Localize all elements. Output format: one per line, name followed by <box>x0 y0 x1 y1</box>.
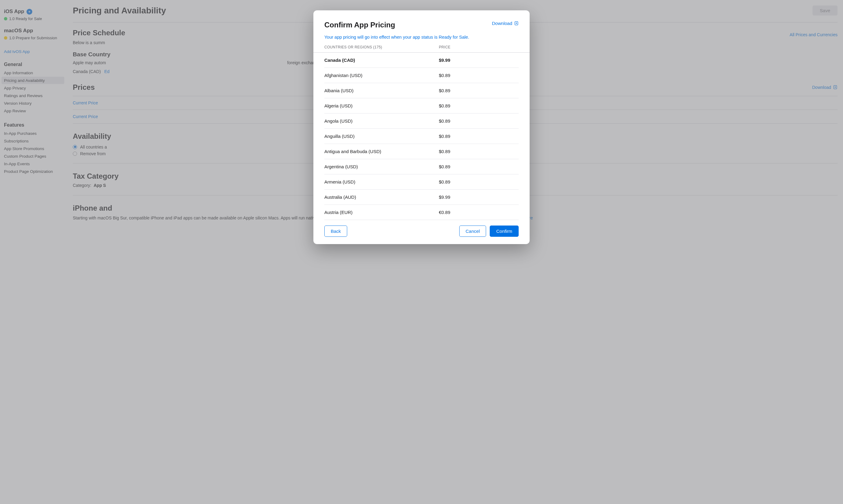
price-row: Australia (AUD) $9.99 <box>324 190 519 205</box>
price-row: Austria (EUR) €0.89 <box>324 205 519 220</box>
confirm-pricing-modal: Confirm App Pricing Download Your app pr… <box>313 10 530 244</box>
price-row: Afghanistan (USD) $0.89 <box>324 68 519 83</box>
price-row-price: $0.89 <box>439 164 451 169</box>
price-row-country: Angola (USD) <box>324 119 439 124</box>
cancel-button[interactable]: Cancel <box>459 226 486 237</box>
confirm-button[interactable]: Confirm <box>490 226 519 237</box>
price-row: Antigua and Barbuda (USD) $0.89 <box>324 144 519 159</box>
price-row-price: $0.89 <box>439 179 451 184</box>
modal-title: Confirm App Pricing <box>324 21 395 29</box>
price-row-country: Antigua and Barbuda (USD) <box>324 149 439 154</box>
col-countries-header: COUNTRIES OR REGIONS (175) <box>324 45 439 49</box>
price-row-country: Albania (USD) <box>324 88 439 93</box>
price-row: Argentina (USD) $0.89 <box>324 159 519 174</box>
price-row-price: $0.89 <box>439 119 451 124</box>
price-row-price: $0.89 <box>439 88 451 93</box>
price-row-price: $0.89 <box>439 133 451 139</box>
back-button[interactable]: Back <box>324 226 347 237</box>
price-row-country: Algeria (USD) <box>324 103 439 108</box>
price-row-country: Afghanistan (USD) <box>324 73 439 78</box>
col-price-header: PRICE <box>439 45 451 49</box>
price-row-country: Argentina (USD) <box>324 164 439 169</box>
price-row: Angola (USD) $0.89 <box>324 113 519 129</box>
price-row: Canada (CAD) $9.99 <box>324 53 519 68</box>
modal-download-label: Download <box>492 21 512 26</box>
modal-table-header: COUNTRIES OR REGIONS (175) PRICE <box>313 45 530 53</box>
price-row-country: Austria (EUR) <box>324 210 439 215</box>
modal-overlay[interactable]: Confirm App Pricing Download Your app pr… <box>0 0 843 504</box>
price-row: Armenia (USD) $0.89 <box>324 174 519 190</box>
price-row: Algeria (USD) $0.89 <box>324 98 519 113</box>
modal-description: Your app pricing will go into effect whe… <box>324 35 519 39</box>
price-row: Albania (USD) $0.89 <box>324 83 519 98</box>
price-row-price: €0.89 <box>439 210 451 215</box>
price-row-country: Armenia (USD) <box>324 179 439 184</box>
price-row-country: Canada (CAD) <box>324 57 439 63</box>
price-row-price: $9.99 <box>439 195 451 200</box>
price-row-price: $0.89 <box>439 149 451 154</box>
price-row-price: $0.89 <box>439 103 451 108</box>
price-row-country: Anguilla (USD) <box>324 133 439 139</box>
price-row-price: $0.89 <box>439 73 451 78</box>
price-row-country: Australia (AUD) <box>324 195 439 200</box>
download-icon <box>514 21 519 25</box>
price-row-price: $9.99 <box>439 57 451 63</box>
price-row: Anguilla (USD) $0.89 <box>324 129 519 144</box>
modal-download-link[interactable]: Download <box>492 21 519 26</box>
